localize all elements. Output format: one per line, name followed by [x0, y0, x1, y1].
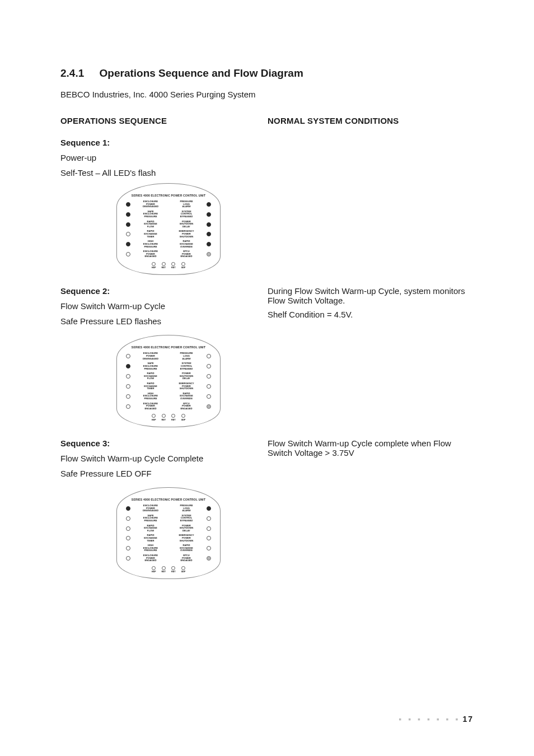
sequence-3-line-2: Safe Pressure LED OFF [60, 469, 268, 478]
led-right-4 [207, 242, 211, 246]
led-right-2 [207, 526, 211, 531]
sequence-1: Sequence 1: Power-upSelf-Test – All LED'… [60, 138, 474, 275]
led-label-left-2: RAPID EXCHANGE FLOW [134, 221, 167, 228]
sequence-1-line-1: Power-up [60, 153, 474, 162]
led-label-right-4: RAPID EXCHANGE OVERRIDE [170, 544, 203, 552]
led-label-right-0: PRESSURE LOSS ALARM [170, 505, 203, 512]
sequence-3-right-line-1: Flow Switch Warm-up Cycle complete when … [268, 438, 474, 458]
led-label-left-4: HIGH ENCLOSURE PRESSURE [134, 544, 167, 552]
section-title: 2.4.1 Operations Sequence and Flow Diagr… [60, 67, 474, 80]
sequence-2-line-1: Flow Switch Warm-up Cycle [60, 301, 268, 311]
led-label-left-4: HIGH ENCLOSURE PRESSURE [134, 393, 167, 400]
section-number: 2.4.1 [60, 67, 84, 80]
sequence-2-right-line-1: During Flow Switch Warm-up Cycle, system… [268, 286, 474, 305]
bottom-led-3: SEP [181, 414, 186, 421]
led-label-right-5: EPCU POWER ENGAGED [170, 403, 203, 410]
led-left-4 [126, 242, 130, 246]
led-label-right-0: PRESSURE LOSS ALARM [170, 200, 203, 208]
led-left-1 [126, 364, 130, 368]
sequence-1-line-2: Self-Test – All LED's flash [60, 168, 474, 178]
bottom-led-0: HEP [152, 262, 156, 269]
sequence-1-title: Sequence 1: [60, 138, 474, 147]
led-label-left-0: ENCLOSURE POWER DISENGAGED [134, 505, 167, 512]
sequence-2: Sequence 2: Flow Switch Warm-up CycleSaf… [60, 286, 474, 427]
led-label-left-1: SAFE ENCLOSURE PRESSURE [134, 211, 167, 218]
led-left-5 [126, 252, 130, 256]
bottom-led-0: HEP [152, 414, 156, 421]
led-label-left-1: SAFE ENCLOSURE PRESSURE [134, 515, 167, 522]
led-label-left-5: ENCLOSURE POWER ENGAGED [134, 250, 167, 258]
led-label-left-3: RAPID EXCHANGE TIMER [134, 534, 167, 542]
led-left-5 [126, 556, 130, 561]
led-label-left-5: ENCLOSURE POWER ENGAGED [134, 403, 167, 410]
led-label-right-5: EPCU POWER ENGAGED [170, 250, 203, 258]
led-label-right-3: EMERGENCY POWER SHUTDOWN [170, 534, 203, 542]
led-label-right-1: SYSTEM CONTROL BYPASSED [170, 515, 203, 522]
led-right-3 [207, 536, 211, 540]
led-right-2 [207, 222, 211, 227]
sequence-3-line-1: Flow Switch Warm-up Cycle Complete [60, 454, 268, 463]
led-left-3 [126, 536, 130, 540]
led-left-0 [126, 202, 130, 207]
led-label-right-3: EMERGENCY POWER SHUTDOWN [170, 230, 203, 238]
led-label-left-5: ENCLOSURE POWER ENGAGED [134, 554, 167, 562]
bottom-led-2: RET [171, 262, 176, 269]
led-label-right-2: POWER SHUTDOWN DELAY [170, 221, 203, 228]
column-headers: OPERATIONS SEQUENCE NORMAL SYSTEM CONDIT… [60, 116, 474, 125]
led-left-0 [126, 354, 130, 358]
control-panel-figure: SERIES 4000 ELECTRONIC POWER CONTROL UNI… [116, 183, 221, 275]
led-label-left-4: HIGH ENCLOSURE PRESSURE [134, 240, 167, 248]
led-label-left-2: RAPID EXCHANGE FLOW [134, 525, 167, 533]
sequence-2-title: Sequence 2: [60, 286, 268, 296]
led-left-1 [126, 212, 130, 217]
section-subtitle: BEBCO Industries, Inc. 4000 Series Purgi… [60, 90, 474, 99]
control-panel-figure: SERIES 4000 ELECTRONIC POWER CONTROL UNI… [116, 487, 221, 579]
led-label-left-0: ENCLOSURE POWER DISENGAGED [134, 200, 167, 208]
led-label-right-0: PRESSURE LOSS ALARM [170, 352, 203, 360]
led-right-0 [207, 506, 211, 511]
led-left-4 [126, 546, 130, 550]
panel-title: SERIES 4000 ELECTRONIC POWER CONTROL UNI… [121, 194, 216, 197]
led-label-left-1: SAFE ENCLOSURE PRESSURE [134, 362, 167, 370]
led-right-1 [207, 516, 211, 521]
bottom-led-1: RET [161, 414, 166, 421]
page-number: ▪ ▪ ▪ ▪ ▪ ▪ ▪17 [399, 715, 474, 724]
led-label-left-2: RAPID EXCHANGE FLOW [134, 372, 167, 380]
led-right-2 [207, 374, 211, 379]
led-right-5 [207, 252, 211, 256]
led-right-3 [207, 384, 211, 389]
led-left-5 [126, 404, 130, 409]
right-column-header: NORMAL SYSTEM CONDITIONS [268, 116, 474, 125]
led-right-0 [207, 202, 211, 207]
left-column-header: OPERATIONS SEQUENCE [60, 116, 268, 125]
led-left-4 [126, 394, 130, 399]
led-right-1 [207, 364, 211, 368]
led-left-3 [126, 232, 130, 236]
led-label-left-3: RAPID EXCHANGE TIMER [134, 230, 167, 238]
led-left-2 [126, 374, 130, 379]
led-right-1 [207, 212, 211, 217]
led-label-right-1: SYSTEM CONTROL BYPASSED [170, 362, 203, 370]
led-label-right-4: RAPID EXCHANGE OVERRIDE [170, 393, 203, 400]
sequence-2-right-line-2: Shelf Condition = 4.5V. [268, 310, 474, 319]
bottom-led-1: RET [161, 262, 166, 269]
led-right-4 [207, 546, 211, 550]
led-right-5 [207, 404, 211, 409]
led-label-right-2: POWER SHUTDOWN DELAY [170, 525, 203, 533]
sequence-2-line-2: Safe Pressure LED flashes [60, 316, 268, 326]
sequence-3: Sequence 3: Flow Switch Warm-up Cycle Co… [60, 438, 474, 579]
bottom-led-3: SEP [181, 262, 186, 269]
bottom-led-3: SEP [181, 566, 186, 573]
bottom-led-2: RET [171, 566, 176, 573]
led-left-1 [126, 516, 130, 521]
sequence-3-title: Sequence 3: [60, 438, 268, 448]
bottom-led-1: RET [161, 566, 166, 573]
led-label-right-4: RAPID EXCHANGE OVERRIDE [170, 240, 203, 248]
led-left-3 [126, 384, 130, 389]
section-title-text: Operations Sequence and Flow Diagram [100, 67, 303, 79]
control-panel-figure: SERIES 4000 ELECTRONIC POWER CONTROL UNI… [116, 335, 221, 427]
led-label-right-2: POWER SHUTDOWN DELAY [170, 372, 203, 380]
led-left-2 [126, 526, 130, 531]
led-left-2 [126, 222, 130, 227]
bottom-led-0: HEP [152, 566, 156, 573]
